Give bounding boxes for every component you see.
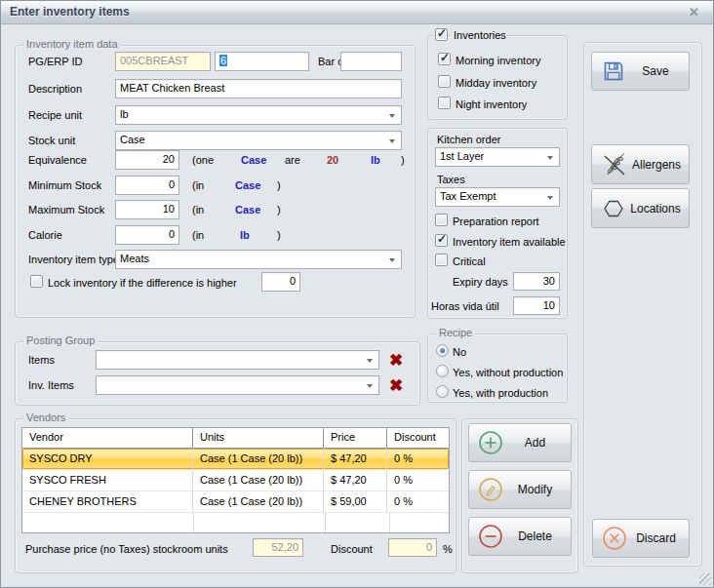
cell-vendor: CHENEY BROTHERS [22,491,193,512]
preparation-report-checkbox[interactable] [435,214,448,226]
recipe-yes-without-radio[interactable] [436,365,449,377]
kitchen-order-dropdown[interactable]: 1st Layer [435,147,560,167]
taxes-value: Tax Exempt [440,190,496,202]
modify-button-label: Modify [503,483,571,496]
stock-unit-label: Stock unit [28,135,75,146]
cell-price: $ 59,00 [324,491,387,512]
pg-erp-id-secondary-field[interactable]: 6 [215,52,309,71]
equivalence-label: Equivalence [28,154,87,166]
min-stock-unit: Case [235,179,260,191]
lock-inventory-checkbox[interactable] [30,275,43,288]
inventory-item-available-checkbox[interactable] [435,234,448,247]
discard-button[interactable]: Discard [592,519,690,558]
calorie-paren-open: (in [192,229,204,241]
delete-icon [478,524,503,549]
col-header-units[interactable]: Units [193,428,324,448]
equivalence-field[interactable]: 20 [115,150,179,170]
resize-grip[interactable] [699,573,711,585]
discount-label: Discount [331,543,373,555]
pg-erp-id-field[interactable]: 005CBREAST [115,52,211,71]
stock-unit-dropdown[interactable]: Case [115,131,402,150]
min-stock-paren-open: (in [192,179,204,191]
title-bar: Enter inventory items ✕ [1,1,713,24]
recipe-yes-with-radio[interactable] [436,385,449,398]
calorie-label: Calorie [28,229,62,241]
expiry-days-label: Expiry days [453,276,508,288]
col-header-price[interactable]: Price [324,428,387,448]
purchase-price-label: Purchase price (no Taxes) stockroom unit… [25,543,228,555]
delete-button-label: Delete [503,529,571,543]
modify-button[interactable]: Modify [468,470,572,509]
calorie-field[interactable]: 0 [115,225,179,245]
inventory-item-data-group-label: Inventory item data [23,38,121,50]
cell-units: Case (1 Case (20 lb)) [193,449,324,469]
posting-items-label: Items [28,354,55,366]
horas-vida-util-field[interactable]: 10 [513,296,560,315]
dialog-actions-group [583,42,702,567]
modify-icon [478,477,503,502]
morning-inventory-label: Morning inventory [456,55,540,66]
cell-discount: 0 % [387,491,449,512]
col-header-discount[interactable]: Discount [387,428,449,448]
midday-inventory-label: Midday inventory [456,77,536,89]
lock-inventory-field[interactable]: 0 [261,272,300,292]
col-header-vendor[interactable]: Vendor [22,428,193,448]
critical-checkbox[interactable] [435,254,448,266]
inventories-checkbox[interactable] [435,28,448,41]
lock-inventory-label: Lock inventory if the difference is high… [48,277,237,289]
bar-code-field[interactable] [340,52,402,71]
cell-units: Case (1 Case (20 lb)) [193,491,324,512]
add-button-label: Add [503,436,571,450]
inventory-item-available-label: Inventory item available [453,236,566,248]
posting-items-dropdown[interactable] [96,350,379,370]
inventory-item-type-dropdown[interactable]: Meats [115,250,402,269]
table-row[interactable]: SYSCO FRESH Case (1 Case (20 lb)) $ 47,2… [22,470,449,491]
save-button-label: Save [626,64,689,78]
discard-button-label: Discard [627,531,689,545]
max-stock-paren-open: (in [192,204,204,216]
recipe-no-label: No [453,346,466,358]
column-separator [193,513,194,532]
posting-inv-items-clear-icon[interactable]: ✖ [384,374,408,396]
add-button[interactable]: Add [468,423,572,462]
vendors-group-label: Vendors [23,412,68,423]
expiry-days-field[interactable]: 30 [513,272,560,291]
table-row[interactable]: SYSCO DRY Case (1 Case (20 lb)) $ 47,20 … [22,449,449,470]
selected-text: 6 [219,55,227,66]
night-inventory-checkbox[interactable] [438,97,451,109]
calorie-unit: lb [240,229,250,241]
allergens-button[interactable]: Allergens [591,144,690,184]
posting-inv-items-dropdown[interactable] [96,375,379,395]
posting-inv-items-label: Inv. Items [28,379,74,391]
save-button[interactable]: Save [591,52,690,91]
minimum-stock-field[interactable]: 0 [115,176,179,195]
posting-group-label: Posting Group [23,334,98,346]
morning-inventory-checkbox[interactable] [438,53,451,65]
locations-button[interactable]: Locations [591,188,690,228]
night-inventory-label: Night inventory [456,98,527,110]
taxes-dropdown[interactable]: Tax Exempt [435,187,560,207]
kitchen-order-label: Kitchen order [437,134,500,145]
add-icon [478,430,503,455]
description-field[interactable]: MEAT Chicken Breast [115,79,402,98]
delete-button[interactable]: Delete [468,517,572,556]
maximum-stock-field[interactable]: 10 [115,200,179,219]
close-icon[interactable]: ✕ [689,5,699,20]
vendors-table[interactable]: Vendor Units Price Discount SYSCO DRY Ca… [21,427,450,533]
inventory-item-type-value: Meats [120,253,149,264]
posting-items-clear-icon[interactable]: ✖ [384,349,408,371]
table-row[interactable]: CHENEY BROTHERS Case (1 Case (20 lb)) $ … [22,491,449,513]
recipe-no-radio[interactable] [436,344,449,357]
recipe-unit-value: lb [120,108,129,120]
equivalence-qty: 20 [327,154,338,166]
minimum-stock-label: Minimum Stock [28,179,101,191]
percent-sign: % [443,543,453,555]
max-stock-paren-close: ) [277,204,281,216]
horas-vida-util-label: Horas vida útil [431,300,499,312]
midday-inventory-checkbox[interactable] [438,75,451,88]
stock-unit-value: Case [120,134,145,145]
kitchen-order-value: 1st Layer [440,150,484,162]
max-stock-unit: Case [235,204,260,216]
cell-price: $ 47,20 [324,449,387,469]
recipe-unit-dropdown[interactable]: lb [115,105,402,125]
